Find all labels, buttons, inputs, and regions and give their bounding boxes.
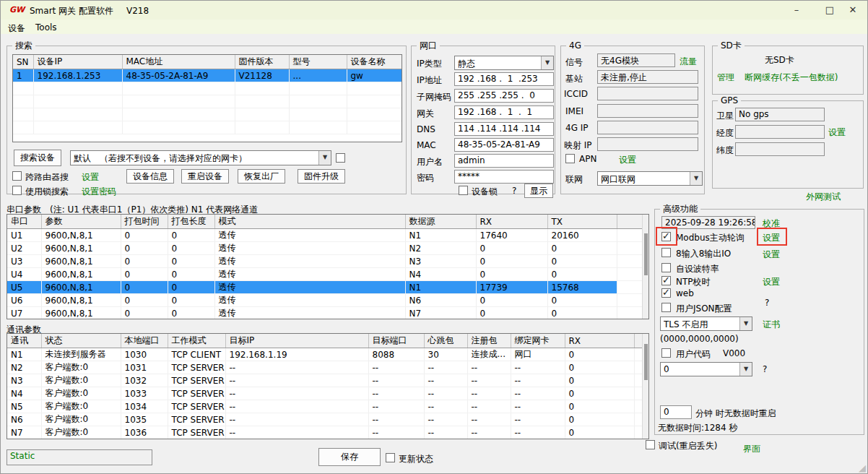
ip-type-select[interactable]: 静态 ▼ <box>454 56 554 70</box>
table-row[interactable]: N4客户端数:01033TCP SERVER----------0 <box>7 387 643 400</box>
minimize-button[interactable]: – <box>782 2 811 18</box>
col-data-source[interactable]: 数据源 <box>405 215 476 229</box>
cert-link[interactable]: 证书 <box>763 319 780 331</box>
comm-table-scrollbar[interactable] <box>642 334 648 439</box>
cross-router-settings-link[interactable]: 设置 <box>82 171 99 184</box>
chevron-down-icon[interactable]: ▼ <box>318 151 331 165</box>
tls-select[interactable]: TLS 不启用 ▼ <box>660 316 752 331</box>
reboot-device-button[interactable]: 重启设备 <box>181 169 229 184</box>
table-row[interactable]: 1192.168.1.25348-35-05-2A-81-A9V21128...… <box>13 69 402 82</box>
sd-manage-link[interactable]: 管理 <box>717 72 734 84</box>
table-row[interactable]: U29600,N,8,100透传N200 <box>7 242 643 255</box>
username-field[interactable]: admin <box>454 154 554 168</box>
col-bind-nic[interactable]: 绑定网卡 <box>511 334 565 348</box>
adapter-checkbox[interactable] <box>336 153 345 163</box>
col-params[interactable]: 参数 <box>41 215 121 229</box>
network-adapter-select[interactable]: 默认 （若搜不到设备，请选择对应的网卡） ▼ <box>70 150 331 165</box>
col-pack-length[interactable]: 打包长度 <box>168 215 214 229</box>
serial-table-scrollbar[interactable] <box>642 215 648 319</box>
col-work-mode[interactable]: 工作模式 <box>168 334 225 348</box>
device-lock-checkbox[interactable] <box>459 186 468 195</box>
web-checkbox[interactable] <box>661 288 671 298</box>
table-row[interactable]: N5客户端数:01034TCP SERVER----------0 <box>7 400 643 413</box>
ntp-settings-link[interactable]: 设置 <box>763 276 780 288</box>
col-rx[interactable]: RX <box>565 334 634 348</box>
device-lock-help[interactable]: ? <box>512 186 516 196</box>
menu-tools[interactable]: Tools <box>31 21 61 34</box>
io-checkbox[interactable] <box>661 248 671 257</box>
password-field[interactable]: ***** <box>454 170 554 184</box>
col-status[interactable]: 状态 <box>41 334 121 348</box>
table-row[interactable] <box>13 121 402 134</box>
show-password-button[interactable]: 显示 <box>524 184 553 198</box>
mask-field[interactable]: 255 .255 .255 . 0 <box>454 89 554 103</box>
chevron-down-icon[interactable]: ▼ <box>739 363 752 376</box>
col-rx[interactable]: RX <box>476 215 547 229</box>
col-local-port[interactable]: 本地端口 <box>121 334 168 348</box>
wan-test-link[interactable]: 外网测试 <box>806 191 841 203</box>
firmware-upgrade-button[interactable]: 固件升级 <box>298 169 345 184</box>
gps-settings-link[interactable]: 设置 <box>828 126 846 139</box>
table-row[interactable]: N1未连接到服务器1030TCP CLIENT192.168.1.1980883… <box>7 348 643 361</box>
col-model[interactable]: 型号 <box>289 55 347 69</box>
io-settings-link[interactable]: 设置 <box>763 249 780 261</box>
search-device-button[interactable]: 搜索设备 <box>14 150 61 166</box>
table-row[interactable]: U69600,N,8,100透传N600 <box>7 294 643 307</box>
table-row[interactable]: N6客户端数:01035TCP SERVER----------0 <box>7 413 643 426</box>
col-device-name[interactable]: 设备名称 <box>347 55 402 69</box>
lock-search-checkbox[interactable] <box>12 186 22 195</box>
table-row[interactable]: U49600,N,8,100透传N400 <box>7 268 643 281</box>
table-row[interactable] <box>13 108 402 121</box>
col-pack-time[interactable]: 打包时间 <box>121 215 168 229</box>
table-row[interactable]: U39600,N,8,100透传N300 <box>7 255 643 268</box>
save-button[interactable]: 保存 <box>318 448 381 466</box>
mac-field[interactable]: 48-35-05-2A-81-A9 <box>454 138 554 152</box>
table-row[interactable]: U79600,N,8,100透传N700 <box>7 307 643 320</box>
table-row[interactable] <box>13 95 402 108</box>
table-row[interactable]: N7客户端数:01036TCP SERVER----------0 <box>7 426 643 439</box>
col-device-ip[interactable]: 设备IP <box>33 55 122 69</box>
ui-link[interactable]: 界面 <box>743 443 760 455</box>
dns-field[interactable]: 114 .114 .114 .114 <box>454 122 554 136</box>
col-target-ip[interactable]: 目标IP <box>225 334 368 348</box>
index-select[interactable]: 0 ▼ <box>660 362 752 376</box>
baud-checkbox[interactable] <box>661 263 671 272</box>
device-info-button[interactable]: 设备信息 <box>126 169 174 184</box>
user-code-checkbox[interactable] <box>661 348 671 358</box>
table-row[interactable]: N2客户端数:01031TCP SERVER----------0 <box>7 361 643 374</box>
close-button[interactable]: ✕ <box>838 2 867 18</box>
col-mode[interactable]: 模式 <box>214 215 405 229</box>
reboot-minutes-field[interactable]: 0 <box>660 405 692 419</box>
col-serial[interactable]: 串口 <box>7 215 41 229</box>
col-sn[interactable]: SN <box>13 55 33 69</box>
chevron-down-icon[interactable]: ▼ <box>739 317 752 330</box>
gateway-field[interactable]: 192 .168 . 1 . 1 <box>454 105 554 119</box>
set-password-link[interactable]: 设置密码 <box>82 186 116 198</box>
table-row[interactable] <box>13 82 402 95</box>
sd-cache-link[interactable]: 断网缓存(不丢一包数据) <box>745 72 838 84</box>
update-status-checkbox[interactable] <box>386 453 395 462</box>
network-mode-select[interactable]: 网口联网 ▼ <box>597 171 703 186</box>
col-firmware[interactable]: 固件版本 <box>235 55 289 69</box>
col-register[interactable]: 注册包 <box>467 334 511 348</box>
menu-device[interactable]: 设备 <box>4 21 30 36</box>
table-row[interactable]: U19600,N,8,100透传N11764020160 <box>7 229 643 242</box>
col-heartbeat[interactable]: 心跳包 <box>424 334 467 348</box>
traffic-link[interactable]: 流量 <box>680 56 697 68</box>
chevron-down-icon[interactable]: ▼ <box>541 56 553 69</box>
user-json-checkbox[interactable] <box>661 303 671 312</box>
apn-checkbox[interactable] <box>565 154 575 163</box>
table-row[interactable]: U59600,N,8,100透传N11773915768 <box>7 281 643 294</box>
user-json-help[interactable]: ? <box>765 298 769 308</box>
col-mac[interactable]: MAC地址 <box>122 55 235 69</box>
resize-grip[interactable]: ◢ <box>859 462 866 473</box>
col-channel[interactable]: 通讯 <box>7 334 41 348</box>
index-help[interactable]: ? <box>763 364 767 374</box>
factory-reset-button[interactable]: 恢复出厂 <box>238 169 285 184</box>
chevron-down-icon[interactable]: ▼ <box>690 172 702 185</box>
cross-router-checkbox[interactable] <box>12 171 22 181</box>
table-row[interactable]: N3客户端数:01032TCP SERVER----------0 <box>7 374 643 387</box>
col-target-port[interactable]: 目标端口 <box>368 334 424 348</box>
col-tx[interactable]: TX <box>547 215 617 229</box>
ip-field[interactable]: 192 .168 . 1 .253 <box>454 72 554 86</box>
